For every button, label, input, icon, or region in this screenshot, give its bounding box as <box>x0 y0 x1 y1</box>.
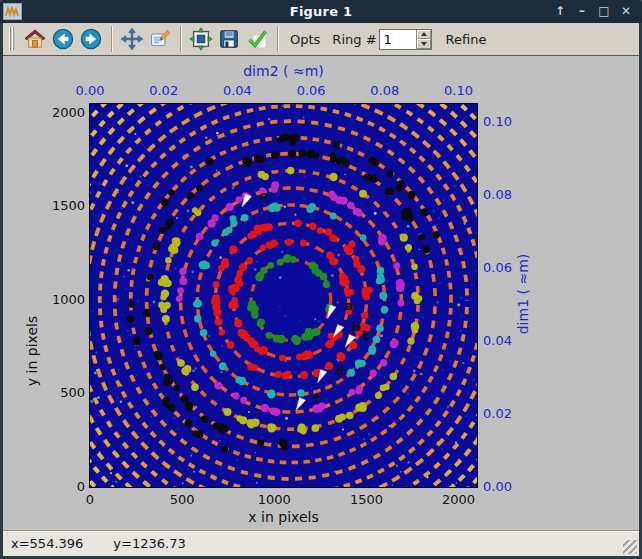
dim2-tick-label: 0.06 <box>283 83 339 98</box>
diffraction-image: abcdef <box>90 104 477 487</box>
ring-annotation-letter: f <box>314 391 320 406</box>
dim2-tick-label: 0.10 <box>431 83 487 98</box>
spin-up-button[interactable] <box>417 30 431 40</box>
left-axis-label: y in pixels <box>24 291 40 411</box>
toolbar-grip[interactable] <box>9 27 15 51</box>
dim1-tick-label: 0.00 <box>483 479 529 494</box>
checkmark-icon <box>245 27 269 51</box>
edit-note-icon <box>148 27 172 51</box>
y-tick-label: 0 <box>39 479 85 494</box>
resize-grip[interactable] <box>623 540 637 554</box>
fit-window-icon <box>189 27 213 51</box>
home-button[interactable] <box>21 25 49 53</box>
cursor-x-readout: x=554.396 <box>11 536 83 551</box>
save-button[interactable] <box>215 25 243 53</box>
ring-annotation-letter: e <box>260 188 269 203</box>
opts-button[interactable]: Opts <box>284 32 326 47</box>
refine-button[interactable]: Refine <box>440 32 493 47</box>
cursor-y-readout: y=1236.73 <box>113 536 185 551</box>
dim1-tick-label: 0.08 <box>483 187 529 202</box>
statusbar: x=554.396 y=1236.73 <box>3 530 639 556</box>
top-axis-label: dim2 ( ≈m) <box>90 63 477 79</box>
ring-annotation-letter: d <box>335 363 344 378</box>
toolbar-separator <box>277 26 278 52</box>
x-tick-label: 2000 <box>431 492 487 507</box>
edit-button[interactable] <box>146 25 174 53</box>
forward-arrow-icon <box>79 27 103 51</box>
pan-button[interactable] <box>118 25 146 53</box>
pan-arrows-icon <box>120 27 144 51</box>
forward-button[interactable] <box>77 25 105 53</box>
titlebar[interactable]: Figure 1 ↑ – □ ✕ <box>0 0 642 23</box>
dim1-tick-label: 0.06 <box>483 260 529 275</box>
dim1-tick-label: 0.10 <box>483 114 529 129</box>
y-tick-label: 500 <box>39 385 85 400</box>
minimize-button[interactable]: – <box>574 0 590 23</box>
home-icon <box>23 27 47 51</box>
x-tick-label: 0 <box>62 492 118 507</box>
ring-annotation-letter: a <box>345 298 354 313</box>
maximize-button[interactable]: □ <box>596 0 612 23</box>
back-button[interactable] <box>49 25 77 53</box>
ring-annotation-letter: c <box>363 328 371 343</box>
ring-number-label: Ring # <box>326 32 378 47</box>
close-button[interactable]: ✕ <box>618 0 634 23</box>
dim1-tick-label: 0.04 <box>483 333 529 348</box>
figure-window: Figure 1 ↑ – □ ✕ <box>0 0 642 559</box>
dim2-tick-label: 0.08 <box>357 83 413 98</box>
fit-window-button[interactable] <box>187 25 215 53</box>
y-tick-label: 1000 <box>39 292 85 307</box>
toolbar-separator <box>111 26 112 52</box>
ring-number-spinbox <box>379 29 432 50</box>
x-tick-label: 500 <box>154 492 210 507</box>
dim2-tick-label: 0.02 <box>136 83 192 98</box>
toolbar-separator <box>180 26 181 52</box>
dim1-tick-label: 0.02 <box>483 406 529 421</box>
ring-annotation-letter: b <box>352 319 361 334</box>
bottom-axis-label: x in pixels <box>90 509 477 525</box>
ring-number-input[interactable] <box>380 30 416 49</box>
spin-down-button[interactable] <box>417 39 431 49</box>
y-tick-label: 2000 <box>39 105 85 120</box>
dim2-tick-label: 0.04 <box>209 83 265 98</box>
x-tick-label: 1000 <box>246 492 302 507</box>
x-tick-label: 1500 <box>338 492 394 507</box>
shade-button[interactable]: ↑ <box>552 0 568 23</box>
toolbar: Opts Ring # Refine <box>3 23 639 56</box>
window-title: Figure 1 <box>0 4 642 19</box>
dim2-tick-label: 0.00 <box>62 83 118 98</box>
figure-canvas: dim2 ( ≈m) x in pixels y in pixels dim1 … <box>3 56 639 530</box>
y-tick-label: 1500 <box>39 198 85 213</box>
save-floppy-icon <box>217 27 241 51</box>
plot-area[interactable]: abcdef <box>90 104 477 487</box>
back-arrow-icon <box>51 27 75 51</box>
apply-button[interactable] <box>243 25 271 53</box>
